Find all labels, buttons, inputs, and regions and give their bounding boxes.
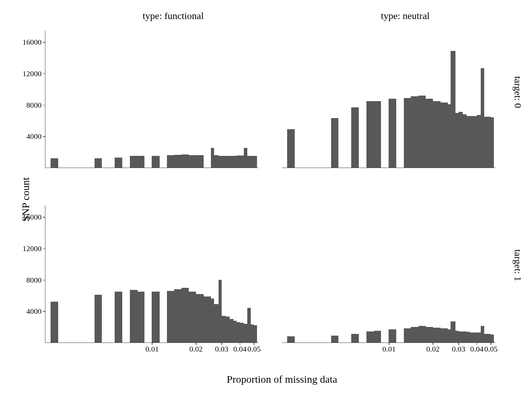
x-tick-mark [458, 343, 459, 345]
histogram-bar [254, 156, 257, 168]
x-tick-mark [389, 343, 390, 345]
x-tick-mark [240, 343, 240, 345]
x-tick-mark [477, 343, 477, 345]
histogram-bar [214, 155, 219, 168]
y-tick-mark [43, 280, 45, 281]
histogram-bar [251, 156, 254, 168]
histogram-bar [433, 101, 441, 168]
histogram-bar [459, 112, 463, 168]
histogram-bar [254, 325, 257, 343]
histogram-bar [470, 116, 473, 168]
x-tick-mark [196, 343, 196, 345]
histogram-bar [470, 332, 473, 343]
histogram-bar [448, 104, 451, 168]
y-tick-label: 8000 [26, 276, 44, 285]
histogram-bar [287, 336, 295, 343]
histogram-bar [181, 288, 189, 343]
histogram-bar [448, 329, 451, 343]
x-tick-mark [152, 343, 153, 345]
y-tick-mark [43, 311, 45, 312]
histogram-bar [473, 332, 477, 343]
x-tick-label: 0.01 [382, 345, 396, 354]
histogram-bar [451, 51, 455, 168]
histogram-bar [233, 156, 237, 168]
histogram-bar [130, 290, 138, 343]
x-tick-label: 0.02 [426, 345, 440, 354]
y-tick-label: 4000 [26, 132, 44, 141]
histogram-bar [95, 158, 102, 168]
y-tick-label: 12000 [23, 244, 44, 253]
histogram-bar [244, 148, 247, 168]
histogram-bar [181, 154, 189, 168]
y-tick-label: 4000 [26, 307, 44, 316]
histogram-bar [389, 329, 397, 343]
histogram-bar [366, 101, 374, 168]
histogram-bar [130, 156, 138, 168]
histogram-bar [167, 291, 174, 343]
facet-figure: SNP count Proportion of missing data typ… [0, 0, 532, 399]
x-tick-label: 0.04 [233, 345, 247, 354]
x-tick-label: 0.05 [484, 345, 498, 354]
x-tick-mark [433, 343, 433, 345]
histogram-bar [374, 331, 381, 343]
row-title-target1: target: 1 [512, 249, 523, 281]
histogram-bar [389, 99, 397, 168]
col-title-functional: type: functional [104, 10, 242, 21]
histogram-bar [237, 156, 240, 168]
histogram-bar [411, 96, 418, 168]
facet-grid: 400080001200016000 4000800012000160000.0… [38, 24, 502, 364]
histogram-bar [418, 96, 426, 168]
y-tick-label: 12000 [23, 69, 44, 78]
histogram-bar [211, 299, 214, 343]
histogram-bar [244, 324, 247, 343]
histogram-bar [174, 155, 182, 168]
histogram-bar [488, 117, 491, 168]
histogram-bar [477, 115, 481, 168]
histogram-bar [418, 326, 426, 343]
histogram-bar [331, 336, 339, 343]
histogram-bar [491, 335, 494, 343]
x-tick-label: 0.03 [452, 345, 466, 354]
histogram-bar [351, 334, 359, 343]
histogram-bar [467, 332, 470, 343]
histogram-bar [138, 292, 144, 343]
histogram-bar [95, 295, 102, 343]
histogram-bar [366, 331, 374, 343]
histogram-bar [404, 328, 411, 343]
y-tick-mark [43, 73, 45, 74]
histogram-bar [287, 129, 295, 168]
histogram-bar [230, 319, 233, 343]
histogram-bar [226, 156, 230, 168]
histogram-bar [204, 296, 211, 343]
histogram-bar [247, 308, 251, 343]
histogram-bar [115, 292, 122, 343]
y-tick-mark [43, 136, 45, 137]
histogram-bar [473, 116, 477, 168]
histogram-bar [152, 292, 160, 343]
histogram-bar [455, 113, 459, 168]
histogram-bar [433, 328, 441, 343]
histogram-bar [219, 156, 222, 168]
histogram-bar [331, 118, 339, 168]
histogram-bar [196, 294, 203, 343]
histogram-bar [484, 117, 488, 168]
x-tick-mark [221, 343, 222, 345]
histogram-bar [222, 316, 226, 343]
histogram-bar [222, 156, 226, 168]
histogram-bar [167, 155, 174, 168]
x-axis-label: Proportion of missing data [227, 373, 337, 385]
x-tick-label: 0.04 [470, 345, 484, 354]
histogram-bar [374, 101, 381, 168]
histogram-bar [237, 322, 240, 343]
row-title-target0: target: 0 [512, 76, 523, 108]
y-tick-mark [43, 42, 45, 43]
x-tick-label: 0.02 [189, 345, 203, 354]
histogram-bar [404, 98, 411, 168]
histogram-bar [477, 332, 481, 343]
histogram-bar [426, 99, 433, 168]
histogram-bar [426, 327, 433, 343]
histogram-bar [226, 317, 230, 343]
histogram-bar [219, 280, 222, 343]
histogram-bar [481, 326, 484, 343]
col-title-neutral: type: neutral [336, 10, 475, 21]
